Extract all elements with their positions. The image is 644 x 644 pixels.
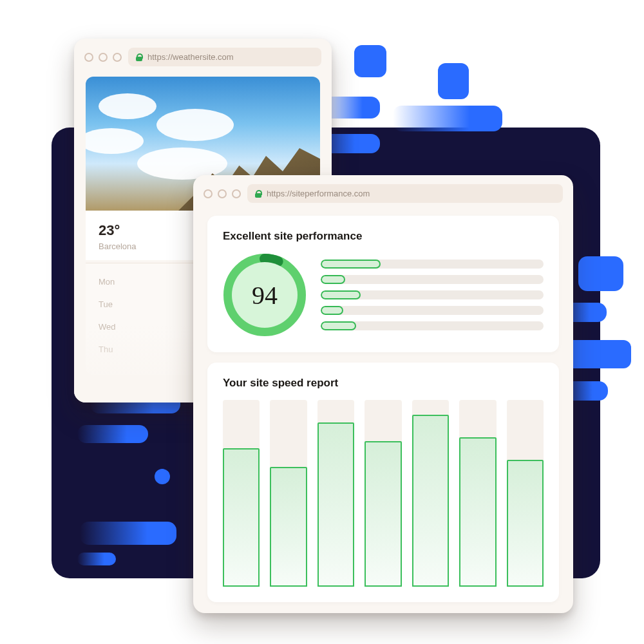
window-dot-icon[interactable] [232,189,241,198]
forecast-day: Tue [99,299,113,309]
chart-bar-slot [412,400,449,587]
forecast-day: Wed [99,322,116,332]
chart-bar [507,460,544,587]
address-bar[interactable]: https://siteperformance.com [247,184,563,203]
window-dot-icon[interactable] [204,189,213,198]
chart-bar [223,448,260,587]
browser-chrome: https://weathersite.com [74,39,332,73]
metric-bars [321,260,544,330]
decor-chip [77,553,116,565]
decor-chip [77,425,148,443]
chart-bar-slot [317,400,354,587]
metric-bar [321,321,544,330]
performance-browser-window: https://siteperformance.com Excellent si… [193,175,573,613]
window-dot-icon[interactable] [99,53,108,62]
performance-panel: Excellent site performance 94 [207,216,559,352]
chart-bar-slot [223,400,260,587]
lock-icon [255,190,261,198]
decor-chip [393,106,502,131]
speed-bar-chart [223,400,544,587]
chart-bar [317,422,354,587]
url-text: https://siteperformance.com [267,189,370,198]
chart-bar-slot [365,400,401,587]
decor-chip [354,45,386,77]
chart-bar-slot [507,400,544,587]
window-dot-icon[interactable] [84,53,93,62]
chart-bar [412,415,449,587]
chart-bar-slot [459,400,496,587]
chart-bar [459,437,496,587]
lock-icon [136,53,142,61]
browser-chrome: https://siteperformance.com [193,175,573,209]
metric-bar [321,260,544,269]
speed-report-title: Your site speed report [223,377,544,390]
decor-chip [578,256,623,291]
score-ring: 94 [223,253,307,337]
chart-bar [365,441,401,587]
performance-title: Excellent site performance [223,230,544,243]
address-bar[interactable]: https://weathersite.com [128,48,321,66]
metric-bar [321,306,544,315]
decor-chip [80,522,176,545]
speed-report-panel: Your site speed report [207,363,559,602]
metric-bar [321,275,544,284]
metric-bar [321,290,544,299]
chart-bar-slot [270,400,307,587]
url-text: https://weathersite.com [147,52,234,62]
window-controls[interactable] [204,189,241,198]
window-controls[interactable] [84,53,122,62]
decor-chip [438,63,469,99]
chart-bar [270,467,307,587]
forecast-day: Thu [99,345,113,354]
decor-chip [155,469,170,484]
window-dot-icon[interactable] [218,189,227,198]
window-dot-icon[interactable] [113,53,122,62]
score-value: 94 [232,262,298,328]
forecast-day: Mon [99,277,115,287]
